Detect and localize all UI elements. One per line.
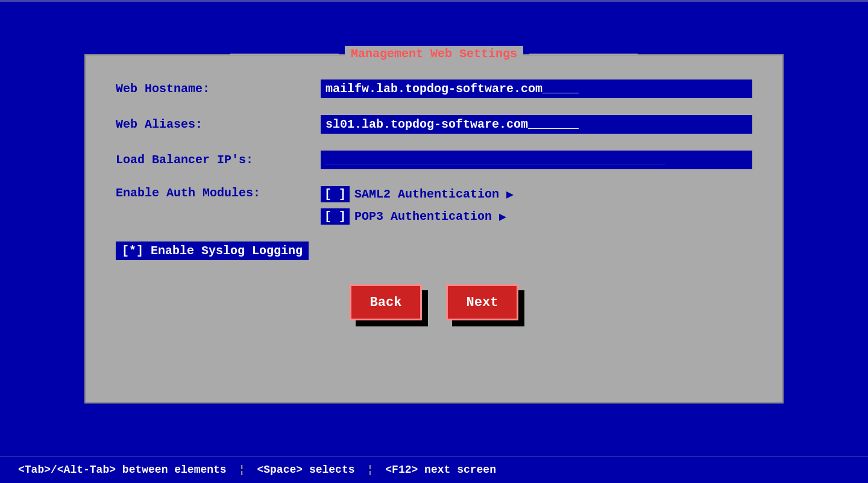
next-button-container: Next (446, 284, 518, 320)
web-aliases-input[interactable] (321, 115, 752, 134)
saml2-arrow: ▶ (506, 187, 514, 202)
main-area: Management Web Settings Web Hostname: We… (0, 2, 868, 456)
web-hostname-input[interactable] (321, 79, 752, 98)
pop3-checkbox-item[interactable]: [ ] POP3 Authentication ▶ (321, 208, 514, 225)
dialog-title-bar: Management Web Settings (230, 46, 638, 62)
syslog-checkbox[interactable]: [*] Enable Syslog Logging (116, 241, 309, 260)
screen: Management Web Settings Web Hostname: We… (0, 0, 868, 483)
syslog-row: [*] Enable Syslog Logging (116, 241, 752, 260)
saml2-checkbox-item[interactable]: [ ] SAML2 Authentication ▶ (321, 186, 514, 202)
title-line-right (529, 54, 638, 55)
pop3-bracket: [ ] (321, 208, 350, 225)
auth-modules-row: Enable Auth Modules: [ ] SAML2 Authentic… (116, 186, 752, 225)
status-bar: <Tab>/<Alt-Tab> between elements ¦ <Spac… (0, 456, 868, 483)
web-hostname-label: Web Hostname: (116, 82, 321, 96)
saml2-bracket: [ ] (321, 186, 350, 202)
status-item-2: <Space> selects (257, 464, 354, 476)
status-sep-1: ¦ (239, 464, 245, 476)
status-item-1: <Tab>/<Alt-Tab> between elements (18, 464, 227, 476)
web-aliases-label: Web Aliases: (116, 117, 321, 131)
auth-modules-checkboxes: [ ] SAML2 Authentication ▶ [ ] POP3 Auth… (321, 186, 514, 225)
pop3-label: POP3 Authentication (354, 210, 492, 223)
pop3-arrow: ▶ (499, 209, 506, 224)
button-row: Back Next (116, 284, 752, 320)
dialog-title: Management Web Settings (345, 46, 523, 62)
next-button[interactable]: Next (446, 284, 518, 320)
title-line-left (230, 54, 339, 55)
dialog-box: Management Web Settings Web Hostname: We… (84, 54, 784, 404)
web-hostname-row: Web Hostname: (116, 79, 752, 98)
auth-modules-label: Enable Auth Modules: (116, 186, 321, 200)
load-balancer-label: Load Balancer IP's: (116, 153, 321, 167)
load-balancer-row: Load Balancer IP's: (116, 151, 752, 169)
web-aliases-row: Web Aliases: (116, 115, 752, 134)
saml2-label: SAML2 Authentication (354, 187, 499, 201)
status-sep-2: ¦ (367, 464, 374, 476)
back-button-container: Back (350, 284, 422, 320)
load-balancer-input[interactable] (321, 151, 752, 169)
status-item-3: <F12> next screen (385, 464, 496, 476)
back-button[interactable]: Back (350, 284, 422, 320)
